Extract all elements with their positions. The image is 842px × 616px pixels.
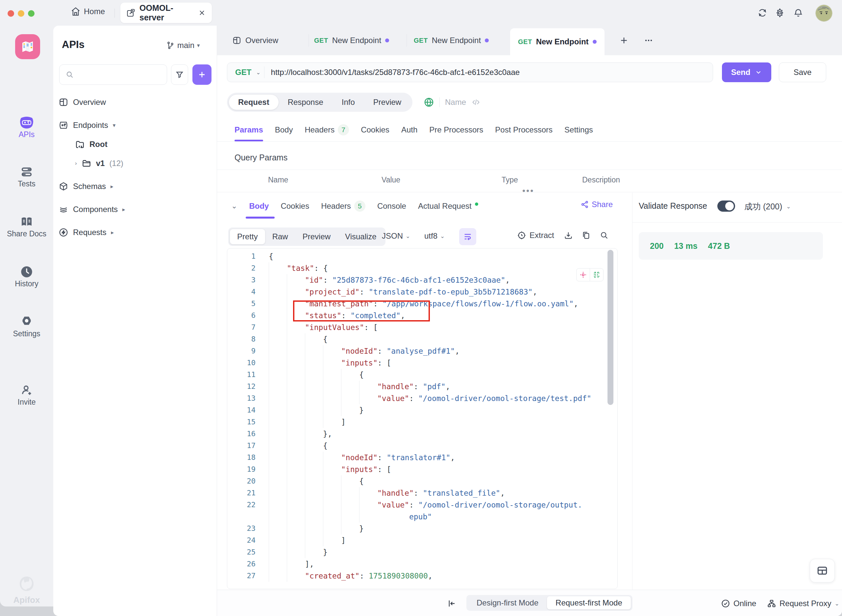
mode-design-first[interactable]: Design-first Mode xyxy=(468,596,547,609)
send-button[interactable]: Send xyxy=(722,62,771,82)
tree-item-overview[interactable]: Overview xyxy=(59,94,213,110)
tree-item-endpoints[interactable]: Endpoints ▾ xyxy=(59,117,213,133)
sidebar-item-label: Invite xyxy=(0,398,53,406)
tab-auth[interactable]: Auth xyxy=(401,118,417,141)
home-tab[interactable]: Home xyxy=(71,7,105,16)
save-button[interactable]: Save xyxy=(779,62,826,82)
search-input[interactable] xyxy=(59,65,167,85)
collapse-response-icon[interactable]: ⌄ xyxy=(231,202,237,210)
more-tabs-button[interactable] xyxy=(643,26,654,55)
sidebar-item-share-docs[interactable]: Share Docs xyxy=(0,214,53,238)
notifications-bell-icon[interactable] xyxy=(794,8,803,18)
download-icon[interactable] xyxy=(564,231,573,240)
tree-item-requests[interactable]: Requests ▸ xyxy=(59,224,213,241)
tab-post-processors[interactable]: Post Processors xyxy=(495,118,553,141)
endpoint-name-area: Name xyxy=(424,97,481,107)
tab-params[interactable]: Params xyxy=(235,118,263,141)
chevron-right-icon: ▸ xyxy=(111,229,114,236)
tab-settings[interactable]: Settings xyxy=(564,118,593,141)
code-line: 9"nodeId": "analyse_pdf#1", xyxy=(227,345,617,357)
tab-cookies[interactable]: Cookies xyxy=(361,118,389,141)
mode-visualize[interactable]: Visualize xyxy=(338,229,384,244)
traffic-close-button[interactable] xyxy=(7,10,14,17)
code-line: 23} xyxy=(227,523,617,534)
project-window-tab[interactable]: OOMOL-server xyxy=(120,3,212,23)
user-avatar[interactable] xyxy=(816,4,832,22)
mode-request-first[interactable]: Request-first Mode xyxy=(547,596,631,609)
status-code: 200 xyxy=(650,241,664,251)
app-window: Home OOMOL-server xyxy=(0,0,842,616)
encoding-dropdown[interactable]: utf8 ⌄ xyxy=(424,232,445,241)
mode-raw[interactable]: Raw xyxy=(265,229,295,244)
url-input[interactable]: http://localhost:3000/v1/tasks/25d87873-… xyxy=(265,68,520,77)
code-line: 17{ xyxy=(227,440,617,452)
tab-response-body[interactable]: Body xyxy=(249,194,269,218)
view-tab-preview[interactable]: Preview xyxy=(364,95,410,110)
endpoint-name-input[interactable]: Name xyxy=(445,98,466,107)
validate-rule-selector[interactable]: 成功 (200) ⌄ xyxy=(744,201,791,212)
tab-console[interactable]: Console xyxy=(377,194,406,218)
tree-item-components[interactable]: Components ▸ xyxy=(59,201,213,218)
sync-icon[interactable] xyxy=(757,8,767,18)
mode-preview[interactable]: Preview xyxy=(295,229,338,244)
tab-endpoint-1[interactable]: GET New Endpoint xyxy=(314,26,389,55)
sidebar-item-invite[interactable]: Invite xyxy=(0,383,53,406)
diff-compare-icon[interactable] xyxy=(590,268,603,281)
search-in-body-icon[interactable] xyxy=(600,231,609,240)
sidebar-item-apis[interactable]: APIs xyxy=(0,115,53,139)
sidebar-item-history[interactable]: History xyxy=(0,264,53,288)
tab-headers[interactable]: Headers7 xyxy=(304,118,349,141)
code-scrollbar[interactable] xyxy=(607,250,613,405)
tab-pre-processors[interactable]: Pre Processors xyxy=(429,118,483,141)
view-tab-response[interactable]: Response xyxy=(279,95,332,110)
branch-name: main xyxy=(177,41,194,50)
tab-response-cookies[interactable]: Cookies xyxy=(281,194,309,218)
request-url-bar[interactable]: GET ⌄ http://localhost:3000/v1/tasks/25d… xyxy=(227,62,713,82)
tree-item-schemas[interactable]: Schemas ▸ xyxy=(59,178,213,195)
traffic-zoom-button[interactable] xyxy=(28,10,35,17)
tree-item-root[interactable]: Root xyxy=(75,136,229,153)
extract-button[interactable]: Extract xyxy=(517,231,554,240)
view-tab-info[interactable]: Info xyxy=(332,95,364,110)
tab-endpoint-2[interactable]: GET New Endpoint xyxy=(414,26,489,55)
close-tab-icon[interactable] xyxy=(198,9,206,17)
layout-toggle-button[interactable] xyxy=(810,559,835,582)
chevron-right-icon[interactable]: › xyxy=(75,160,77,167)
tab-response-headers[interactable]: Headers5 xyxy=(321,194,366,218)
tab-endpoint-3-active[interactable]: GET New Endpoint xyxy=(510,28,604,55)
chevron-down-icon: ⌄ xyxy=(835,600,839,607)
primary-sidebar: APIs Tests Share Docs History Settings xyxy=(0,26,53,616)
filter-button[interactable] xyxy=(171,65,188,85)
tab-overview[interactable]: Overview xyxy=(232,26,278,55)
project-app-icon[interactable] xyxy=(15,34,40,59)
tab-actual-request[interactable]: Actual Request xyxy=(418,194,478,218)
git-branch-icon xyxy=(166,41,175,50)
collapse-sidebar-icon[interactable] xyxy=(447,599,457,608)
validate-toggle[interactable] xyxy=(717,201,735,212)
settings-gear-icon[interactable] xyxy=(775,8,785,18)
chevron-down-icon: ⌄ xyxy=(256,69,260,76)
titlebar-separator xyxy=(115,9,115,18)
word-wrap-button[interactable] xyxy=(459,228,476,245)
sidebar-item-settings[interactable]: Settings xyxy=(0,314,53,338)
view-tab-request[interactable]: Request xyxy=(229,95,279,110)
splitter-handle[interactable]: ••• xyxy=(522,186,534,196)
apifox-brand-label: Apifox xyxy=(0,595,53,605)
new-tab-button[interactable] xyxy=(619,26,629,55)
traffic-minimize-button[interactable] xyxy=(18,10,24,17)
request-proxy[interactable]: Request Proxy ⌄ xyxy=(767,599,839,608)
branch-selector[interactable]: main ▾ xyxy=(166,41,200,50)
method-selector[interactable]: GET xyxy=(227,68,256,77)
share-button[interactable]: Share xyxy=(580,200,613,209)
headers-count-badge: 5 xyxy=(354,201,366,212)
format-dropdown[interactable]: JSON ⌄ xyxy=(382,232,410,241)
locate-node-icon[interactable] xyxy=(577,268,590,281)
mode-pretty[interactable]: Pretty xyxy=(230,229,265,244)
online-status[interactable]: Online xyxy=(721,599,756,608)
add-endpoint-button[interactable] xyxy=(192,65,212,85)
tree-item-v1[interactable]: › v1 (12) xyxy=(75,155,229,172)
tab-body[interactable]: Body xyxy=(275,118,293,141)
copy-icon[interactable] xyxy=(582,231,591,240)
sidebar-item-tests[interactable]: Tests xyxy=(0,164,53,188)
response-body-code[interactable]: 1{2"task": {3"id": "25d87873-f76c-46cb-a… xyxy=(227,248,618,589)
